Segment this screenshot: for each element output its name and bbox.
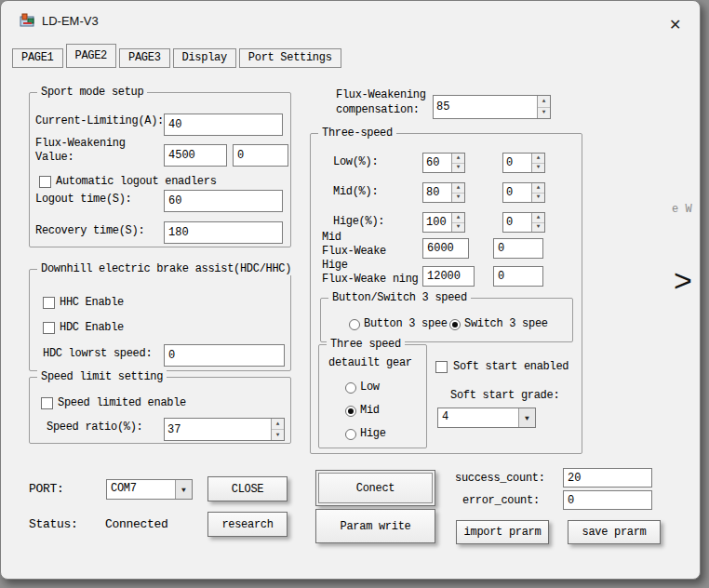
button-3-speed-label: Button 3 spee [364, 317, 448, 331]
sport-mode-group-title: Sport mode setup [37, 86, 147, 99]
sport-mode-group: Sport mode setup Current-Limiting(A): Fl… [29, 92, 291, 247]
gear-low-radio[interactable] [345, 382, 356, 394]
success-count-label: success_count: [455, 468, 545, 488]
hige-flux-input[interactable] [422, 266, 475, 287]
soft-start-label: Soft start enabled [453, 360, 569, 374]
save-param-button[interactable]: save prarm [568, 520, 661, 544]
close-window-button[interactable]: ✕ [669, 16, 681, 33]
low-percent-input[interactable] [423, 154, 451, 172]
spin-up-icon[interactable]: ▲ [532, 213, 544, 223]
mid-percent-spin-buttons: ▲ ▼ [451, 183, 464, 202]
spin-down-icon[interactable]: ▼ [452, 194, 464, 203]
low-second-spinner: ▲ ▼ [502, 153, 545, 173]
flux-weakening-value2-input[interactable] [233, 144, 288, 167]
background-partial-text: e W [672, 203, 692, 216]
hige-second-input[interactable] [503, 213, 531, 232]
hige-percent-input[interactable] [423, 213, 451, 232]
param-write-button[interactable]: Param write [315, 509, 435, 543]
window-title: LD-EM-V3 [42, 14, 99, 28]
gear-hige-radio[interactable] [345, 429, 356, 440]
flux-weakening-value-label-line1: Flux-Weakening [35, 137, 126, 150]
mid-percent-spinner: ▲ ▼ [422, 182, 465, 203]
speed-ratio-spin-buttons: ▲ ▼ [271, 419, 284, 440]
low-second-input[interactable] [503, 154, 531, 172]
tab-display[interactable]: Display [173, 48, 236, 68]
hdc-enable-checkbox[interactable] [43, 322, 55, 334]
spin-down-icon[interactable]: ▼ [272, 430, 284, 440]
default-gear-group: Three speed detauilt gear Low Mid Hige [318, 344, 427, 448]
connect-button[interactable]: Conect [315, 470, 435, 506]
mid-flux-label-line2: Flux-Weake [322, 245, 386, 258]
spin-down-icon[interactable]: ▼ [538, 108, 550, 119]
spin-up-icon[interactable]: ▲ [452, 213, 464, 223]
dropdown-arrow-icon[interactable]: ▼ [175, 480, 192, 499]
tab-page1[interactable]: PAGE1 [12, 48, 63, 68]
hige-second-spin-buttons: ▲ ▼ [531, 213, 544, 232]
spin-down-icon[interactable]: ▼ [532, 223, 544, 233]
current-limiting-label: Current-Limiting(A): [35, 110, 164, 132]
soft-start-grade-select[interactable]: 4 ▼ [437, 408, 536, 428]
spin-down-icon[interactable]: ▼ [452, 164, 464, 173]
low-percent-spinner: ▲ ▼ [422, 153, 465, 173]
spin-up-icon[interactable]: ▲ [452, 154, 464, 164]
spin-up-icon[interactable]: ▲ [538, 96, 550, 108]
flux-compensation-label-line1: Flux-Weakening [336, 88, 426, 101]
soft-start-checkbox[interactable] [435, 361, 448, 373]
speed-limited-enable-checkbox[interactable] [41, 397, 53, 409]
port-select[interactable]: COM7 ▼ [106, 479, 193, 500]
auto-logout-checkbox[interactable] [39, 176, 51, 188]
current-limiting-input[interactable] [164, 114, 283, 136]
spin-down-icon[interactable]: ▼ [532, 164, 544, 173]
hhc-enable-label: HHC Enable [60, 296, 124, 309]
spin-up-icon[interactable]: ▲ [452, 183, 464, 194]
recovery-time-label: Recovery time(S): [35, 220, 144, 242]
spin-up-icon[interactable]: ▲ [532, 154, 544, 164]
brake-assist-group: Downhill electric brake assist(HDC/HHC) … [29, 269, 291, 371]
import-param-button[interactable]: import prarm [456, 520, 549, 544]
mid-second-input[interactable] [503, 183, 531, 202]
spin-down-icon[interactable]: ▼ [532, 194, 544, 203]
hige-flux-second-input[interactable] [493, 266, 543, 287]
hige-flux-label-line1: Hige [322, 259, 348, 272]
button-3-speed-radio[interactable] [349, 319, 360, 330]
hdc-lowest-speed-input[interactable] [164, 344, 285, 367]
speed-limit-group-title: Speed limit setting [37, 370, 167, 383]
flux-weakening-value-input[interactable] [164, 144, 227, 167]
hhc-enable-checkbox[interactable] [43, 297, 55, 309]
spin-up-icon[interactable]: ▲ [272, 419, 284, 430]
switch-3-speed-radio[interactable] [449, 319, 461, 330]
flux-compensation-spin-buttons: ▲ ▼ [537, 96, 550, 118]
success-count-input[interactable] [563, 468, 652, 488]
three-speed-group-title: Three-speed [318, 127, 396, 140]
error-count-label: error_count: [462, 490, 540, 511]
default-gear-subtitle: detauilt gear [328, 356, 412, 369]
default-gear-group-title: Three speed [327, 338, 405, 351]
tab-port-settings[interactable]: Port Settings [239, 48, 341, 68]
flux-compensation-input[interactable] [434, 96, 537, 118]
error-count-input[interactable] [563, 490, 652, 510]
status-label: Status: [29, 514, 78, 535]
brake-assist-group-title: Downhill electric brake assist(HDC/HHC) [37, 262, 295, 275]
hige-percent-spin-buttons: ▲ ▼ [451, 213, 464, 232]
mid-flux-second-input[interactable] [493, 238, 543, 259]
button-switch-group-title: Button/Switch 3 speed [328, 291, 471, 304]
dropdown-arrow-icon[interactable]: ▼ [518, 408, 535, 427]
close-port-button[interactable]: CLOSE [207, 476, 288, 501]
auto-logout-label: Automatic logout enadlers [56, 175, 217, 188]
hige-second-spinner: ▲ ▼ [502, 212, 545, 233]
spin-up-icon[interactable]: ▲ [532, 183, 544, 194]
mid-flux-input[interactable] [422, 238, 469, 259]
recovery-time-input[interactable] [164, 221, 283, 244]
research-button[interactable]: research [207, 512, 288, 537]
soft-start-grade-value: 4 [438, 408, 518, 427]
hige-flux-label-line2: Flux-Weake ning [322, 273, 419, 286]
logout-time-input[interactable] [164, 190, 283, 212]
spin-down-icon[interactable]: ▼ [452, 223, 464, 233]
mid-percent-label: Mid(%): [333, 180, 378, 203]
tab-page3[interactable]: PAGE3 [119, 48, 170, 68]
gear-mid-radio[interactable] [345, 406, 356, 417]
tab-strip: PAGE1 PAGE2 PAGE3 Display Port Settings [12, 46, 341, 68]
mid-percent-input[interactable] [423, 183, 451, 202]
speed-ratio-input[interactable] [165, 419, 271, 440]
tab-page2[interactable]: PAGE2 [66, 44, 117, 68]
